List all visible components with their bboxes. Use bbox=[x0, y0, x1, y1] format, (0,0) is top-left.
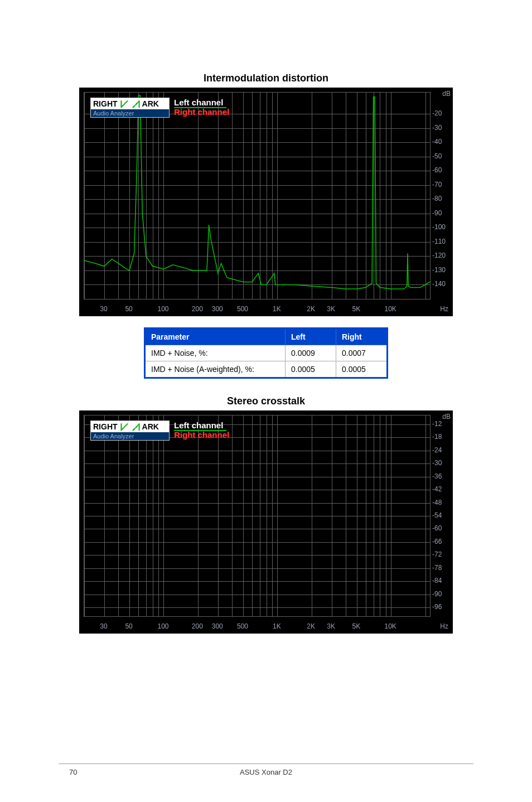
y-tick-label: -48 bbox=[432, 499, 451, 506]
logo-text-a: RIGHT bbox=[93, 99, 118, 108]
x-tick-label: 1K bbox=[273, 622, 281, 630]
x-tick-label: 200 bbox=[192, 305, 203, 313]
y-tick-label: -40 bbox=[432, 138, 451, 146]
legend: Left channel Right channel bbox=[174, 98, 229, 117]
logo-mark-icon: ⩗⩘ bbox=[119, 100, 141, 108]
x-tick-label: 10K bbox=[385, 622, 396, 630]
x-tick-label: 200 bbox=[192, 622, 203, 630]
x-tick-label: 5K bbox=[352, 305, 360, 313]
y-tick-label: -90 bbox=[432, 590, 451, 598]
logo-text-a: RIGHT bbox=[93, 422, 118, 431]
y-tick-label: -18 bbox=[432, 433, 451, 441]
logo-mark-icon: ⩗⩘ bbox=[119, 423, 141, 431]
imd-table: Parameter Left Right IMD + Noise, %: 0.0… bbox=[144, 327, 388, 379]
legend-right-channel: Right channel bbox=[174, 430, 229, 439]
y-tick-label: -84 bbox=[432, 577, 451, 584]
y-tick-label: -130 bbox=[432, 266, 451, 274]
y-tick-label: -24 bbox=[432, 446, 451, 454]
y-tick-label: -90 bbox=[432, 209, 451, 217]
x-tick-label: 30 bbox=[100, 305, 107, 313]
y-tick-label: -30 bbox=[432, 124, 451, 132]
y-tick-label: -70 bbox=[432, 181, 451, 189]
y-tick-label: -78 bbox=[432, 564, 451, 572]
y-tick-label: -72 bbox=[432, 550, 451, 558]
imd-chart: dB Hz RIGHT ⩗⩘ ARK Audio Analyzer Left c… bbox=[79, 88, 453, 316]
y-tick-label: -66 bbox=[432, 538, 451, 545]
y-tick-label: -54 bbox=[432, 511, 451, 519]
x-tick-label: 100 bbox=[157, 622, 168, 630]
x-tick-label: 10K bbox=[385, 305, 396, 313]
y-tick-label: -60 bbox=[432, 524, 451, 532]
y-tick-label: -60 bbox=[432, 166, 451, 174]
footer-rule bbox=[59, 764, 473, 764]
y-tick-label: -80 bbox=[432, 195, 451, 202]
footer-product: ASUS Xonar D2 bbox=[0, 768, 532, 776]
logo-subtitle: Audio Analyzer bbox=[91, 109, 169, 117]
x-tick-label: 300 bbox=[212, 622, 223, 630]
x-tick-label: 3K bbox=[327, 622, 335, 630]
table-row: IMD + Noise (A-weighted), %: 0.0005 0.00… bbox=[145, 361, 388, 378]
x-unit: Hz bbox=[440, 305, 448, 313]
legend-left-channel: Left channel bbox=[174, 421, 226, 431]
logo-text-b: ARK bbox=[142, 99, 159, 108]
x-tick-label: 1K bbox=[273, 305, 281, 313]
th-right: Right bbox=[336, 328, 388, 345]
x-tick-label: 500 bbox=[237, 305, 248, 313]
y-tick-label: -140 bbox=[432, 280, 451, 288]
y-tick-label: -20 bbox=[432, 109, 451, 117]
x-tick-label: 300 bbox=[212, 305, 223, 313]
table-header-row: Parameter Left Right bbox=[145, 328, 388, 345]
legend-right-channel: Right channel bbox=[174, 107, 229, 117]
x-unit: Hz bbox=[440, 622, 448, 630]
x-tick-label: 2K bbox=[307, 305, 315, 313]
y-tick-label: -100 bbox=[432, 223, 451, 231]
logo-text-b: ARK bbox=[142, 422, 159, 431]
x-tick-label: 50 bbox=[125, 305, 132, 313]
logo-subtitle: Audio Analyzer bbox=[91, 432, 169, 440]
y-tick-label: -42 bbox=[432, 485, 451, 493]
x-tick-label: 50 bbox=[125, 622, 132, 630]
rightmark-logo: RIGHT ⩗⩘ ARK Audio Analyzer bbox=[90, 421, 170, 441]
x-tick-label: 2K bbox=[307, 622, 315, 630]
rightmark-logo: RIGHT ⩗⩘ ARK Audio Analyzer bbox=[90, 98, 170, 118]
y-tick-label: -120 bbox=[432, 252, 451, 259]
legend: Left channel Right channel bbox=[174, 421, 229, 439]
y-tick-label: -96 bbox=[432, 603, 451, 611]
x-tick-label: 500 bbox=[237, 622, 248, 630]
th-left: Left bbox=[286, 328, 336, 345]
y-tick-label: -36 bbox=[432, 472, 451, 480]
section-title-imd: Intermodulation distortion bbox=[0, 73, 532, 84]
x-tick-label: 100 bbox=[157, 305, 168, 313]
y-unit: dB bbox=[442, 90, 451, 98]
th-parameter: Parameter bbox=[145, 328, 286, 345]
section-title-crosstalk: Stereo crosstalk bbox=[0, 395, 532, 407]
x-tick-label: 3K bbox=[327, 305, 335, 313]
y-tick-label: -12 bbox=[432, 420, 451, 428]
crosstalk-chart: dB Hz RIGHT ⩗⩘ ARK Audio Analyzer Left c… bbox=[79, 410, 453, 634]
legend-left-channel: Left channel bbox=[174, 98, 226, 108]
y-tick-label: -30 bbox=[432, 459, 451, 467]
table-row: IMD + Noise, %: 0.0009 0.0007 bbox=[145, 345, 388, 361]
y-tick-label: -50 bbox=[432, 152, 451, 160]
y-tick-label: -110 bbox=[432, 238, 451, 245]
x-tick-label: 5K bbox=[352, 622, 360, 630]
x-tick-label: 30 bbox=[100, 622, 107, 630]
